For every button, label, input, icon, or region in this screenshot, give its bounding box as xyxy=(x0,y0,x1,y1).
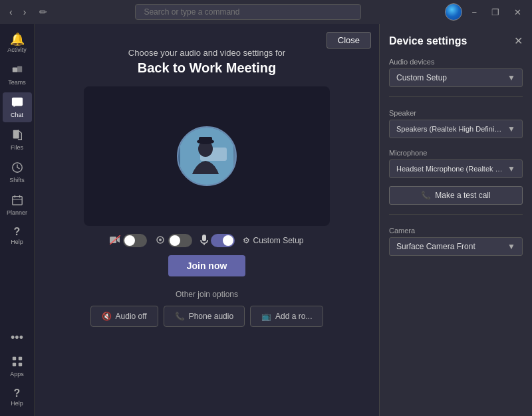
blur-icon xyxy=(155,235,166,247)
video-toggle[interactable] xyxy=(123,234,147,247)
microphone-dropdown[interactable]: Headset Microphone (Realtek High D... ▼ xyxy=(389,159,523,178)
title-bar-left: ‹ › ✏ xyxy=(5,5,51,19)
meeting-modal: Close Choose your audio and video settin… xyxy=(35,24,379,416)
svg-rect-11 xyxy=(12,363,15,366)
audio-devices-dropdown[interactable]: Custom Setup ▼ xyxy=(389,68,523,87)
sidebar-label-teams: Teams xyxy=(8,79,26,86)
shifts-icon xyxy=(11,161,23,175)
controls-bar: ⚙ Custom Setup xyxy=(96,234,317,247)
svg-rect-2 xyxy=(11,98,22,106)
sidebar-item-chat[interactable]: Chat xyxy=(3,92,32,122)
teams-icon xyxy=(11,64,23,78)
mic-toggle[interactable] xyxy=(211,234,235,247)
avatar xyxy=(177,126,237,186)
audio-off-button[interactable]: 🔇 Audio off xyxy=(90,306,158,327)
speaker-value: Speakers (Realtek High Definition Au... xyxy=(396,125,503,133)
sidebar-item-planner[interactable]: Planner xyxy=(3,190,32,220)
audio-off-label: Audio off xyxy=(116,312,147,321)
activity-icon: 🔔 xyxy=(10,33,25,45)
minimize-button[interactable]: − xyxy=(466,6,482,19)
speaker-dropdown[interactable]: Speakers (Realtek High Definition Au... … xyxy=(389,120,523,138)
main-layout: 🔔 Activity Teams Chat xyxy=(0,24,532,416)
sidebar-label-shifts: Shifts xyxy=(9,177,25,183)
device-settings-panel: Device settings ✕ Audio devices Custom S… xyxy=(379,24,532,416)
more-icon[interactable]: ••• xyxy=(5,327,29,349)
phone-audio-label: Phone audio xyxy=(189,312,233,321)
svg-rect-5 xyxy=(12,197,21,205)
search-input[interactable] xyxy=(135,4,361,20)
close-modal-button[interactable]: Close xyxy=(327,32,371,49)
microphone-arrow: ▼ xyxy=(507,164,515,173)
audio-devices-label: Audio devices xyxy=(389,58,523,66)
sidebar: 🔔 Activity Teams Chat xyxy=(0,24,35,416)
planner-icon xyxy=(11,194,23,208)
camera-section: Camera Surface Camera Front ▼ xyxy=(389,224,523,256)
title-bar: ‹ › ✏ − ❐ ✕ xyxy=(0,0,532,24)
apps-icon xyxy=(11,356,23,369)
sidebar-item-teams[interactable]: Teams xyxy=(3,60,32,90)
sidebar-label-chat: Chat xyxy=(11,112,23,118)
svg-rect-3 xyxy=(13,130,19,139)
speaker-section: Speaker Speakers (Realtek High Definitio… xyxy=(389,106,523,138)
sidebar-label-planner: Planner xyxy=(7,209,27,216)
speaker-label: Speaker xyxy=(389,109,523,117)
content-area: Close Choose your audio and video settin… xyxy=(35,24,532,416)
restore-button[interactable]: ❐ xyxy=(486,6,505,19)
blur-toggle[interactable] xyxy=(168,234,192,247)
help-icon: ? xyxy=(14,227,21,237)
sidebar-item-activity[interactable]: 🔔 Activity xyxy=(3,29,32,57)
mic-icon xyxy=(200,235,208,247)
mic-toggle-group xyxy=(200,234,235,247)
test-call-button[interactable]: 📞 Make a test call xyxy=(389,186,523,205)
edit-icon[interactable]: ✏ xyxy=(35,5,51,19)
search-bar xyxy=(135,4,361,20)
sidebar-label-apps: Apps xyxy=(10,371,24,377)
add-room-icon: 📺 xyxy=(261,312,271,321)
sidebar-label-help: Help xyxy=(11,239,23,245)
divider-2 xyxy=(389,214,523,215)
help-bottom-icon: ? xyxy=(14,388,21,399)
audio-device-value: Custom Setup xyxy=(396,73,447,82)
forward-button[interactable]: › xyxy=(19,5,31,19)
microphone-label: Microphone xyxy=(389,149,523,157)
sidebar-item-help-bottom[interactable]: ? Help xyxy=(3,384,32,411)
sidebar-label-help-bottom: Help xyxy=(11,400,23,407)
video-toggle-group xyxy=(110,234,147,247)
svg-rect-1 xyxy=(17,66,22,72)
speaker-arrow: ▼ xyxy=(507,124,515,134)
back-button[interactable]: ‹ xyxy=(5,5,17,19)
title-bar-right: − ❐ ✕ xyxy=(445,3,527,21)
microphone-value: Headset Microphone (Realtek High D... xyxy=(396,165,503,173)
close-window-button[interactable]: ✕ xyxy=(509,6,527,19)
custom-setup-label: Custom Setup xyxy=(253,236,303,245)
avatar[interactable] xyxy=(445,3,462,21)
audio-devices-section: Audio devices Custom Setup ▼ xyxy=(389,55,523,87)
join-options-row: 🔇 Audio off 📞 Phone audio 📺 Add a ro... xyxy=(90,306,324,327)
sidebar-item-shifts[interactable]: Shifts xyxy=(3,157,32,187)
blur-toggle-group xyxy=(155,234,192,247)
custom-setup-button[interactable]: ⚙ Custom Setup xyxy=(243,236,303,245)
svg-point-21 xyxy=(159,239,162,241)
sidebar-item-help[interactable]: ? Help xyxy=(3,223,32,249)
phone-audio-button[interactable]: 📞 Phone audio xyxy=(164,306,245,327)
sidebar-label-files: Files xyxy=(11,144,23,151)
panel-header: Device settings ✕ xyxy=(389,35,523,47)
phone-audio-icon: 📞 xyxy=(175,312,185,321)
join-now-button[interactable]: Join now xyxy=(168,255,246,276)
meeting-subtitle: Choose your audio and video settings for xyxy=(128,48,285,58)
sidebar-item-apps-bottom[interactable]: Apps xyxy=(3,352,32,381)
camera-dropdown[interactable]: Surface Camera Front ▼ xyxy=(389,237,523,256)
panel-title: Device settings xyxy=(389,35,467,47)
svg-rect-22 xyxy=(202,235,206,241)
sidebar-item-files[interactable]: Files xyxy=(3,125,32,155)
other-join-section: Other join options 🔇 Audio off 📞 Phone a… xyxy=(90,290,324,327)
divider-1 xyxy=(389,96,523,97)
add-room-button[interactable]: 📺 Add a ro... xyxy=(250,306,323,327)
svg-rect-10 xyxy=(18,357,21,360)
svg-rect-12 xyxy=(18,363,21,366)
nav-buttons: ‹ › xyxy=(5,5,30,19)
settings-icon: ⚙ xyxy=(243,236,250,245)
audio-off-icon: 🔇 xyxy=(102,312,112,321)
panel-close-button[interactable]: ✕ xyxy=(514,35,523,47)
microphone-section: Microphone Headset Microphone (Realtek H… xyxy=(389,146,523,178)
